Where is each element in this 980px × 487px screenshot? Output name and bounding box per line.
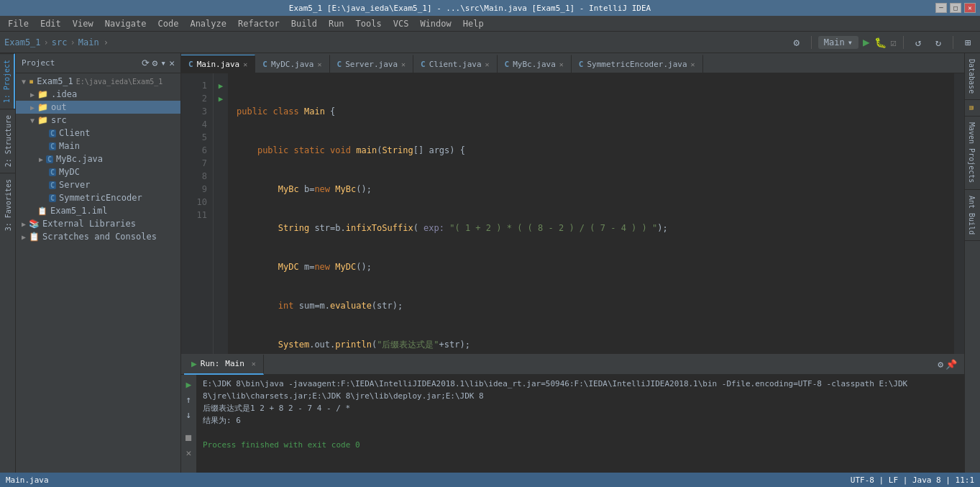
menu-item-code[interactable]: Code <box>153 17 184 30</box>
line-numbers: 12345 678910 11 <box>181 73 214 354</box>
tab-server-java[interactable]: C Server.java ✕ <box>330 55 414 73</box>
tree-item-mydc[interactable]: C MyDC <box>16 165 180 178</box>
menu-item-refactor[interactable]: Refactor <box>233 17 285 30</box>
menu-item-view[interactable]: View <box>68 17 99 30</box>
menu-item-analyze[interactable]: Analyze <box>185 17 232 30</box>
redo-button[interactable]: ↻ <box>930 35 946 50</box>
rerun-button[interactable]: ▶ <box>183 378 196 391</box>
tab-maven[interactable]: m <box>965 100 980 117</box>
project-tree: ▼ ▪ Exam5_1 E:\java_ieda\Exam5_1 ▶ 📁 .id… <box>16 73 180 487</box>
run-output: ▶ ↑ ↓ ⏹ ✕ ▶ E:\JDK 8\bin\java -javaagent… <box>181 375 964 487</box>
tab-mybc-java[interactable]: C MyBc.java ✕ <box>498 55 572 73</box>
stop-button[interactable]: ⏹ <box>183 431 196 444</box>
bottom-panel: ▶ Run: Main ✕ ⚙ 📌 ▶ ↑ ↓ ⏹ ✕ <box>181 354 964 487</box>
menu-item-file[interactable]: File <box>3 17 34 30</box>
run-tab-label: Run: <box>201 359 220 368</box>
right-panel-tabs: Database m Maven Projects Ant Build <box>964 53 980 487</box>
pin-icon[interactable]: 📌 <box>945 359 957 370</box>
tree-item-exam5[interactable]: ▼ ▪ Exam5_1 E:\java_ieda\Exam5_1 <box>16 75 180 88</box>
tab-favorites[interactable]: 3: Favorites <box>0 173 15 237</box>
settings-icon[interactable]: ⚙ <box>938 359 943 370</box>
run-button[interactable]: ▶ <box>863 35 870 49</box>
tree-item-src[interactable]: ▼ 📁 src <box>16 114 180 127</box>
tree-item-main[interactable]: C Main <box>16 140 180 153</box>
settings-button[interactable]: ⊞ <box>960 35 976 50</box>
scroll-down-button[interactable]: ↓ <box>183 408 196 421</box>
status-text: Main.java <box>6 475 49 485</box>
project-sync-icon[interactable]: ⟳ <box>142 58 150 68</box>
tree-item-ext-libs[interactable]: ▶ 📚 External Libraries <box>16 217 180 230</box>
tab-maven-projects[interactable]: Maven Projects <box>965 117 980 189</box>
project-close-icon[interactable]: ✕ <box>169 58 175 68</box>
tab-icon-client: C <box>421 60 426 69</box>
project-gear-icon[interactable]: ⚙ <box>152 58 158 68</box>
tab-close-main[interactable]: ✕ <box>243 60 247 68</box>
run-tab-close[interactable]: ✕ <box>252 360 256 368</box>
menu-item-tools[interactable]: Tools <box>351 17 387 30</box>
tab-close-server[interactable]: ✕ <box>401 60 406 68</box>
tree-label-symenc: SymmetricEncoder <box>59 193 142 203</box>
project-collapse-icon[interactable]: ▾ <box>160 58 166 68</box>
tab-close-mydc[interactable]: ✕ <box>318 60 322 68</box>
tab-symenc-java[interactable]: C SymmetricEncoder.java ✕ <box>572 55 703 73</box>
tab-main-java[interactable]: C Main.java ✕ <box>181 55 255 73</box>
title-bar: Exam5_1 [E:\java_ieda\Exam5_1] - ...\src… <box>0 0 980 16</box>
menu-item-help[interactable]: Help <box>458 17 489 30</box>
menu-item-build[interactable]: Build <box>286 17 322 30</box>
code-content[interactable]: public class Main { public static void m… <box>228 73 954 354</box>
tree-item-symenc[interactable]: C SymmetricEncoder <box>16 191 180 204</box>
coverage-button[interactable]: ☑ <box>891 37 897 48</box>
tab-client-java[interactable]: C Client.java ✕ <box>413 55 498 73</box>
minimize-button[interactable]: ─ <box>935 3 947 13</box>
tab-close-mybc[interactable]: ✕ <box>559 60 564 68</box>
run-config-selector[interactable]: Main ▾ <box>818 36 858 49</box>
maximize-button[interactable]: □ <box>950 3 961 13</box>
tree-item-iml[interactable]: 📋 Exam5_1.iml <box>16 204 180 217</box>
console-line-3: 结果为: 6 <box>203 414 958 427</box>
menu-item-navigate[interactable]: Navigate <box>100 17 152 30</box>
tab-label-main: Main.java <box>197 60 240 69</box>
tree-item-mybc[interactable]: ▶ C MyBc.java <box>16 153 180 165</box>
tab-run[interactable]: ▶ Run: Main ✕ <box>184 355 264 375</box>
run-line-1[interactable]: ▶ <box>214 79 228 92</box>
debug-button[interactable]: 🐛 <box>874 37 887 48</box>
console-line-4 <box>203 427 958 439</box>
tab-mydc-java[interactable]: C MyDC.java ✕ <box>255 55 329 73</box>
tree-item-server[interactable]: C Server <box>16 178 180 191</box>
tab-structure[interactable]: 2: Structure <box>0 109 15 173</box>
tab-database[interactable]: Database <box>965 53 980 100</box>
tab-project[interactable]: 1: Project <box>0 53 15 109</box>
tab-close-client[interactable]: ✕ <box>485 60 490 68</box>
ext-libs-icon: 📚 <box>29 219 40 229</box>
tab-ant-build[interactable]: Ant Build <box>965 190 980 241</box>
tree-item-idea[interactable]: ▶ 📁 .idea <box>16 88 180 101</box>
scrollbar-track[interactable] <box>954 73 964 354</box>
menu-item-vcs[interactable]: VCS <box>388 17 414 30</box>
folder-icon-idea: 📁 <box>37 89 48 99</box>
menu-item-edit[interactable]: Edit <box>35 17 66 30</box>
breadcrumb-main[interactable]: Main <box>78 37 99 47</box>
tree-label-client: Client <box>59 128 90 138</box>
run-line-2[interactable]: ▶ <box>214 92 228 105</box>
undo-button[interactable]: ↺ <box>910 35 926 50</box>
breadcrumb-src[interactable]: src <box>52 37 68 47</box>
tree-label: Exam5_1 <box>37 76 73 86</box>
tab-icon-symenc: C <box>579 60 584 69</box>
tab-close-symenc[interactable]: ✕ <box>691 60 695 68</box>
build-button[interactable]: ⚙ <box>789 35 805 50</box>
tree-item-out[interactable]: ▶ 📁 out <box>16 101 180 114</box>
status-bar: Main.java UTF-8 | LF | Java 8 | 11:1 <box>0 473 980 487</box>
close-button2[interactable]: ✕ <box>183 446 196 459</box>
project-header: Project ⟳ ⚙ ▾ ✕ <box>16 53 180 73</box>
breadcrumb-exam5[interactable]: Exam5_1 <box>4 37 41 47</box>
tree-label-mybc: MyBc.java <box>56 154 103 164</box>
tree-item-scratches[interactable]: ▶ 📋 Scratches and Consoles <box>16 230 180 243</box>
run-side-buttons: ▶ ↑ ↓ ⏹ ✕ ▶ <box>181 375 197 487</box>
menu-item-run[interactable]: Run <box>324 17 349 30</box>
close-button[interactable]: ✕ <box>964 3 976 13</box>
scroll-up-button[interactable]: ↑ <box>183 393 196 406</box>
menu-item-window[interactable]: Window <box>415 17 456 30</box>
tree-label-idea: .idea <box>51 89 77 99</box>
console-line-2: 后缀表达式是1 2 + 8 2 - 7 4 - / * <box>203 402 958 414</box>
tree-item-client[interactable]: C Client <box>16 127 180 140</box>
